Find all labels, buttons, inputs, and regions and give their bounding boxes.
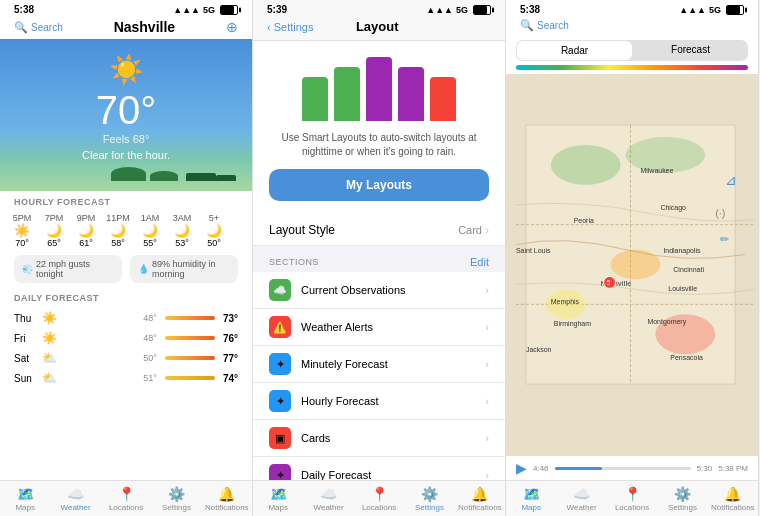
tab-maps-3[interactable]: 🗺️Maps <box>506 486 556 512</box>
svg-text:Jackson: Jackson <box>526 346 552 353</box>
signal-3: ▲▲▲ 5G <box>679 5 744 15</box>
section-dot-alerts: ⚠️ <box>269 316 291 338</box>
tab-locations-1[interactable]: 📍Locations <box>101 486 151 512</box>
hourly-scroll: 5PM☀️70° 7PM🌙65° 9PM🌙61° 11PM🌙58° 1AM🌙55… <box>0 210 252 251</box>
nav-title-layout: Layout <box>356 19 399 34</box>
status-bar-3: 5:38 ▲▲▲ 5G <box>506 0 758 17</box>
section-dot-cards1: ▣ <box>269 427 291 449</box>
section-current-obs[interactable]: ☁️ Current Observations › <box>253 272 505 309</box>
search-icon[interactable]: 🔍 Search <box>14 21 63 34</box>
search-icon-3[interactable]: 🔍 Search <box>520 19 569 32</box>
section-weather-alerts[interactable]: ⚠️ Weather Alerts › <box>253 309 505 346</box>
section-cards-1[interactable]: ▣ Cards › <box>253 420 505 457</box>
bar-3 <box>366 57 392 121</box>
hourly-label: HOURLY FORECAST <box>0 191 252 210</box>
sections-header: SECTIONS Edit <box>253 246 505 272</box>
timeline-bar[interactable] <box>555 467 691 470</box>
tab-maps-1[interactable]: 🗺️Maps <box>0 486 50 512</box>
section-name-cards1: Cards <box>301 432 475 444</box>
battery-1 <box>220 5 238 15</box>
tab-locations-2[interactable]: 📍Locations <box>354 486 404 512</box>
sections-edit-button[interactable]: Edit <box>470 256 489 268</box>
tab-radar[interactable]: Radar <box>517 41 632 60</box>
chevron-obs: › <box>485 284 489 296</box>
svg-text:(·): (·) <box>715 207 725 219</box>
radar-color-bar <box>516 65 748 70</box>
svg-text:Pensacola: Pensacola <box>670 354 703 361</box>
section-hourly[interactable]: ✦ Hourly Forecast › <box>253 383 505 420</box>
svg-text:Peoria: Peoria <box>574 217 594 224</box>
weather-hills <box>16 161 236 181</box>
tab-notifications-1[interactable]: 🔔Notifications <box>202 486 252 512</box>
my-layouts-button[interactable]: My Layouts <box>269 169 489 201</box>
tab-weather-1[interactable]: ☁️Weather <box>50 486 100 512</box>
tab-forecast[interactable]: Forecast <box>633 40 748 61</box>
map-timeline: ▶ 4:46 5:30 5:38 PM <box>506 455 758 480</box>
tab-bar-3: 🗺️Maps ☁️Weather 📍Locations ⚙️Settings 🔔… <box>506 480 758 516</box>
map-area[interactable]: Milwaukee Chicago Peoria Saint Louis Ind… <box>506 74 758 455</box>
section-name-alerts: Weather Alerts <box>301 321 475 333</box>
tab-settings-1[interactable]: ⚙️Settings <box>151 486 201 512</box>
section-name-hourly: Hourly Forecast <box>301 395 475 407</box>
section-name-daily: Daily Forecast <box>301 469 475 480</box>
section-daily[interactable]: ✦ Daily Forecast › <box>253 457 505 480</box>
time-1: 5:38 <box>14 4 34 15</box>
hour-9pm: 9PM🌙61° <box>72 213 100 248</box>
chevron-daily: › <box>485 469 489 480</box>
signal-2: ▲▲▲ 5G <box>426 5 491 15</box>
tab-notifications-2[interactable]: 🔔Notifications <box>455 486 505 512</box>
tab-weather-3[interactable]: ☁️Weather <box>556 486 606 512</box>
sections-list: ☁️ Current Observations › ⚠️ Weather Ale… <box>253 272 505 480</box>
radar-tabs: Radar Forecast <box>516 40 748 61</box>
wind-info: 💨 22 mph gusts tonight <box>14 255 122 283</box>
tab-notifications-3[interactable]: 🔔Notifications <box>708 486 758 512</box>
hour-5pm: 5PM☀️70° <box>8 213 36 248</box>
layout-style-row[interactable]: Layout Style Card › <box>253 215 505 246</box>
menu-icon[interactable]: ⊕ <box>226 19 238 35</box>
weather-hero: ☀️ 70° Feels 68° Clear for the hour. <box>0 39 252 191</box>
section-dot-obs: ☁️ <box>269 279 291 301</box>
chevron-hourly: › <box>485 395 489 407</box>
tab-bar-2: 🗺️Maps ☁️Weather 📍Locations ⚙️Settings 🔔… <box>253 480 505 516</box>
hour-1am: 1AM🌙55° <box>136 213 164 248</box>
svg-text:Milwaukee: Milwaukee <box>640 167 673 174</box>
svg-text:Saint Louis: Saint Louis <box>516 247 551 254</box>
daily-list: Thu ☀️ 48° 73° Fri ☀️ 48° 76° Sat ⛅ 50° … <box>0 306 252 390</box>
svg-text:Birmingham: Birmingham <box>554 320 591 328</box>
signal-1: ▲▲▲ 5G <box>173 5 238 15</box>
city-name: Nashville <box>114 19 175 35</box>
bar-2 <box>334 67 360 121</box>
tab-maps-2[interactable]: 🗺️Maps <box>253 486 303 512</box>
svg-text:✏: ✏ <box>720 233 730 245</box>
svg-text:Chicago: Chicago <box>660 204 686 212</box>
tab-locations-3[interactable]: 📍Locations <box>607 486 657 512</box>
status-bar-2: 5:39 ▲▲▲ 5G <box>253 0 505 17</box>
tab-bar-1: 🗺️Maps ☁️Weather 📍Locations ⚙️Settings 🔔… <box>0 480 252 516</box>
layout-preview <box>253 41 505 131</box>
section-minutely[interactable]: ✦ Minutely Forecast › <box>253 346 505 383</box>
battery-3 <box>726 5 744 15</box>
play-button[interactable]: ▶ <box>516 460 527 476</box>
layout-style-value: Card › <box>458 223 489 237</box>
info-row: 💨 22 mph gusts tonight 💧 89% humidity in… <box>0 251 252 287</box>
tab-settings-2[interactable]: ⚙️Settings <box>404 486 454 512</box>
phone-layout: 5:39 ▲▲▲ 5G ‹ Settings Layout Use Smart … <box>253 0 506 516</box>
svg-text:5: 5 <box>607 279 611 286</box>
humidity-info: 💧 89% humidity in morning <box>130 255 238 283</box>
tab-weather-2[interactable]: ☁️Weather <box>303 486 353 512</box>
time-3: 5:38 <box>520 4 540 15</box>
chevron-icon: › <box>485 224 489 236</box>
svg-point-3 <box>611 250 661 280</box>
hour-7pm: 7PM🌙65° <box>40 213 68 248</box>
daily-sat: Sat ⛅ 50° 77° <box>14 348 238 368</box>
hour-5plus: 5+🌙50° <box>200 213 228 248</box>
bar-4 <box>398 67 424 121</box>
tab-settings-3[interactable]: ⚙️Settings <box>657 486 707 512</box>
layout-desc: Use Smart Layouts to auto-switch layouts… <box>253 131 505 169</box>
map-svg: Milwaukee Chicago Peoria Saint Louis Ind… <box>506 74 758 455</box>
layout-nav: ‹ Settings Layout <box>253 17 505 41</box>
svg-text:Cincinnati: Cincinnati <box>673 266 704 273</box>
back-button[interactable]: ‹ Settings <box>267 21 313 33</box>
daily-fri: Fri ☀️ 48° 76° <box>14 328 238 348</box>
svg-point-1 <box>551 145 621 185</box>
